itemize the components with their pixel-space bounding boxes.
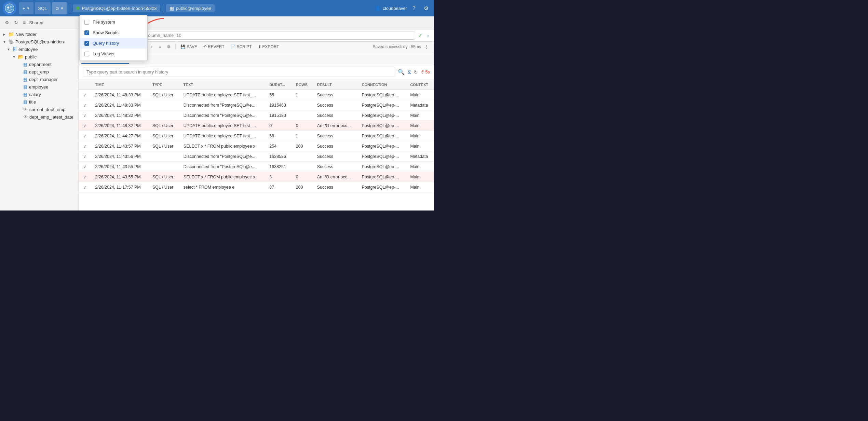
toolbar-revert-btn[interactable]: ↶ REVERT bbox=[201, 43, 227, 51]
table-row[interactable]: ∨ 2/26/2024, 11:17:57 PM SQL / User sele… bbox=[79, 182, 434, 192]
logviewer-checkbox[interactable] bbox=[84, 52, 89, 56]
tree-item-dept-emp[interactable]: ▦ dept_emp bbox=[0, 68, 78, 76]
col-rows[interactable]: ROWS bbox=[292, 80, 313, 90]
filter-check-btn[interactable]: ✓ bbox=[417, 31, 424, 40]
tree-item-dept-emp-latest[interactable]: 👁 dept_emp_latest_date bbox=[0, 113, 78, 121]
row-expand-7[interactable]: ∨ bbox=[79, 162, 91, 172]
row-expand-6[interactable]: ∨ bbox=[79, 151, 91, 162]
app-logo[interactable] bbox=[3, 1, 16, 15]
table-row[interactable]: ∨ 2/26/2024, 11:43:55 PM SQL / User SELE… bbox=[79, 172, 434, 182]
showscripts-checkbox[interactable]: ✓ bbox=[84, 30, 89, 35]
schema-icon: 📂 bbox=[18, 54, 24, 59]
table-row[interactable]: ∨ 2/26/2024, 11:48:33 PM Disconnected fr… bbox=[79, 100, 434, 110]
row-connection-8: PostgreSQL@ep-... bbox=[357, 172, 406, 182]
query-history-panel: QUERY HISTORY ✕ 🔍 ⧖ ↻ ⏱ 5s bbox=[79, 52, 434, 210]
new-button[interactable]: + ▼ bbox=[19, 2, 33, 14]
tree-item-postgres[interactable]: ▼ 🐘 PostgreSQL@ep-hidden- bbox=[0, 38, 78, 45]
export-label: EXPORT bbox=[262, 44, 279, 49]
qh-refresh-btn[interactable]: ↻ bbox=[414, 69, 418, 75]
row-type-1 bbox=[148, 100, 179, 110]
tree-item-employee-table[interactable]: ▦ employee bbox=[0, 83, 78, 91]
filesystem-checkbox[interactable] bbox=[84, 20, 89, 25]
col-time[interactable]: TIME bbox=[91, 80, 148, 90]
row-time-0: 2/26/2024, 11:48:33 PM bbox=[91, 90, 148, 100]
dropdown-item-filesystem[interactable]: File system bbox=[80, 17, 147, 27]
queryhistory-checkbox[interactable]: ✓ bbox=[84, 41, 89, 46]
tree-item-label: PostgreSQL@ep-hidden- bbox=[15, 39, 65, 44]
tree-item-dept-manager[interactable]: ▦ dept_manager bbox=[0, 76, 78, 83]
col-expand bbox=[79, 80, 91, 90]
svg-point-2 bbox=[10, 6, 12, 8]
tree-item-new-folder[interactable]: ▶ 📁 New folder bbox=[0, 30, 78, 38]
sidebar-settings-btn[interactable]: ⚙ bbox=[3, 19, 11, 26]
tree-item-salary[interactable]: ▦ salary bbox=[0, 91, 78, 98]
row-expand-4[interactable]: ∨ bbox=[79, 131, 91, 141]
table-row[interactable]: ∨ 2/26/2024, 11:43:56 PM Disconnected fr… bbox=[79, 151, 434, 162]
tree-item-employee-db[interactable]: ▼ 🗄 employee bbox=[0, 45, 78, 53]
qh-search-input[interactable] bbox=[83, 67, 395, 77]
toolbar-align-btn[interactable]: ≡ bbox=[156, 43, 164, 51]
table-row[interactable]: ∨ 2/26/2024, 11:43:57 PM SQL / User SELE… bbox=[79, 141, 434, 151]
row-expand-1[interactable]: ∨ bbox=[79, 100, 91, 110]
sql-button[interactable]: SQL bbox=[35, 2, 51, 14]
qh-filter-btn[interactable]: ⧖ bbox=[407, 69, 411, 75]
table-row[interactable]: ∨ 2/26/2024, 11:48:33 PM SQL / User UPDA… bbox=[79, 90, 434, 100]
col-duration[interactable]: DURAT... bbox=[265, 80, 291, 90]
sidebar-label: Shared bbox=[29, 20, 75, 25]
row-duration-2: 1915180 bbox=[265, 110, 291, 121]
row-type-6 bbox=[148, 151, 179, 162]
table-row[interactable]: ∨ 2/26/2024, 11:43:55 PM Disconnected fr… bbox=[79, 162, 434, 172]
row-type-0: SQL / User bbox=[148, 90, 179, 100]
col-context[interactable]: CONTEXT bbox=[406, 80, 434, 90]
row-context-2: Main bbox=[406, 110, 434, 121]
search-nav-button[interactable]: ⊙ ▼ bbox=[52, 2, 67, 14]
toolbar-export-btn[interactable]: ⬆ EXPORT bbox=[255, 43, 282, 51]
toolbar-copy-btn[interactable]: ⧉ bbox=[165, 43, 173, 51]
col-type[interactable]: TYPE bbox=[148, 80, 179, 90]
table-row[interactable]: ∨ 2/26/2024, 11:48:32 PM Disconnected fr… bbox=[79, 110, 434, 121]
user-menu[interactable]: 👤 cloudbeaver bbox=[375, 6, 407, 11]
toolbar-sort-btn[interactable]: ↕ bbox=[148, 43, 155, 51]
row-expand-9[interactable]: ∨ bbox=[79, 182, 91, 192]
qh-timer-btn[interactable]: ⏱ 5s bbox=[421, 70, 430, 74]
table-icon: ▦ bbox=[23, 84, 28, 90]
col-connection[interactable]: CONNECTION bbox=[357, 80, 406, 90]
dropdown-item-logviewer[interactable]: Log Viewer bbox=[80, 49, 147, 59]
toolbar-script-btn[interactable]: 📄 SCRIPT bbox=[228, 43, 255, 51]
table-icon: ▦ bbox=[23, 77, 28, 82]
dropdown-item-label: Query history bbox=[93, 41, 119, 46]
tree-item-public-schema[interactable]: ▼ 📂 public bbox=[0, 53, 78, 60]
sidebar-refresh-btn[interactable]: ↻ bbox=[13, 19, 19, 26]
toolbar-save-btn[interactable]: 💾 SAVE bbox=[178, 43, 200, 51]
qh-search-btn[interactable]: 🔍 bbox=[398, 69, 405, 75]
row-expand-3[interactable]: ∨ bbox=[79, 121, 91, 131]
connection-2-label: public@employee bbox=[176, 6, 212, 11]
row-expand-5[interactable]: ∨ bbox=[79, 141, 91, 151]
table-icon: ▦ bbox=[23, 99, 28, 105]
filter-clear-btn[interactable]: ⬦ bbox=[425, 31, 431, 40]
connection-1-badge[interactable]: PostgreSQL@ep-hidden-moon-55203 bbox=[73, 4, 160, 12]
main-layout: ⚙ ↻ ≡ Shared ▶ 📁 New folder ▼ 🐘 PostgreS… bbox=[0, 16, 434, 210]
toolbar-more-btn[interactable]: ⋮ bbox=[422, 43, 431, 51]
tree-item-department[interactable]: ▦ department bbox=[0, 60, 78, 68]
revert-icon: ↶ bbox=[203, 44, 207, 49]
settings-button[interactable]: ⚙ bbox=[421, 4, 431, 13]
row-rows-8: 0 bbox=[292, 172, 313, 182]
connection-2-badge[interactable]: ▦ public@employee bbox=[166, 4, 215, 12]
tree-item-label: current_dept_emp bbox=[29, 107, 66, 112]
row-expand-0[interactable]: ∨ bbox=[79, 90, 91, 100]
tree-item-title[interactable]: ▦ title bbox=[0, 98, 78, 106]
table-row[interactable]: ∨ 2/26/2024, 11:44:27 PM SQL / User UPDA… bbox=[79, 131, 434, 141]
help-button[interactable]: ? bbox=[410, 4, 418, 13]
sidebar: ⚙ ↻ ≡ Shared ▶ 📁 New folder ▼ 🐘 PostgreS… bbox=[0, 16, 79, 210]
dropdown-item-showscripts[interactable]: ✓ Show Scripts bbox=[80, 27, 147, 38]
tree-item-current-dept-emp[interactable]: 👁 current_dept_emp bbox=[0, 106, 78, 113]
row-result-6: Success bbox=[313, 151, 358, 162]
row-expand-8[interactable]: ∨ bbox=[79, 172, 91, 182]
col-result[interactable]: RESULT bbox=[313, 80, 358, 90]
dropdown-item-queryhistory[interactable]: ✓ Query history bbox=[80, 38, 147, 49]
row-expand-2[interactable]: ∨ bbox=[79, 110, 91, 121]
col-text[interactable]: TEXT bbox=[179, 80, 266, 90]
sidebar-filter-btn[interactable]: ≡ bbox=[22, 19, 27, 26]
table-row[interactable]: ∨ 2/26/2024, 11:48:32 PM SQL / User UPDA… bbox=[79, 121, 434, 131]
